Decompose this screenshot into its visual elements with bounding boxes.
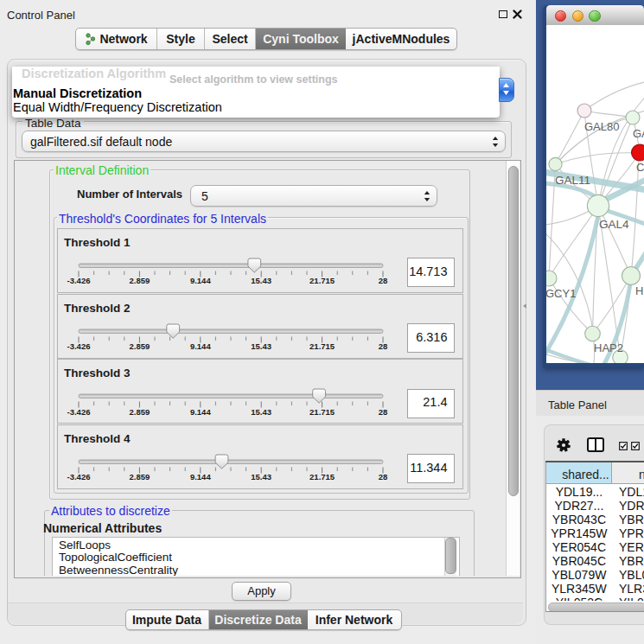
svg-text:CY: CY: [636, 161, 644, 174]
svg-text:GAL11: GAL11: [555, 174, 590, 187]
svg-text:GAL80: GAL80: [584, 120, 619, 133]
svg-text:GA: GA: [633, 127, 644, 140]
svg-text:GCY1: GCY1: [546, 287, 576, 300]
svg-text:HI: HI: [635, 284, 644, 297]
svg-text:GAL4: GAL4: [599, 218, 629, 231]
svg-text:HAP2: HAP2: [594, 341, 623, 354]
